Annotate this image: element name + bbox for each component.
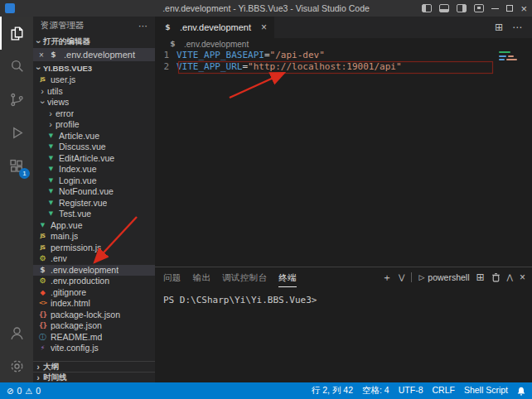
kill-terminal-icon[interactable] [491, 272, 501, 282]
minimap[interactable] [497, 50, 530, 108]
tree-item-label: .env.development [51, 265, 118, 276]
activity-settings[interactable] [0, 349, 33, 382]
tree-file-test.vue[interactable]: ▼Test.vue [33, 209, 155, 220]
tree-folder-views[interactable]: ›views [33, 97, 155, 108]
tree-file-.env[interactable]: ⚙.env [33, 253, 155, 265]
chevron-right-icon: › [46, 109, 56, 118]
activity-search[interactable] [0, 50, 33, 83]
vue-file-icon: ▼ [46, 153, 56, 165]
split-editor-icon[interactable]: ⊞ [495, 22, 503, 33]
status-item[interactable]: 空格: 4 [362, 385, 389, 397]
panel-tab-问题[interactable]: 问题 [163, 267, 181, 287]
code-line-2[interactable]: 2VITE_APP_URL="http://localhost:19001/ap… [155, 61, 532, 73]
activity-account[interactable] [0, 316, 33, 349]
account-icon [8, 324, 26, 342]
tree-item-label: Article.vue [59, 131, 99, 142]
activity-source-control[interactable] [0, 83, 33, 116]
tree-file-register.vue[interactable]: ▼Register.vue [33, 198, 155, 209]
tree-file-article.vue[interactable]: ▼Article.vue [33, 131, 155, 142]
sidebar-explorer: 资源管理器 ⋯ › 打开的编辑器 × $ .env.development › … [33, 17, 155, 382]
vscode-logo [5, 3, 15, 13]
vue-file-icon: ▼ [46, 164, 56, 175]
tree-file-permission.js[interactable]: JSpermission.js [33, 243, 155, 254]
panel-tab-调试控制台[interactable]: 调试控制台 [222, 267, 267, 287]
terminal-instance-powershell[interactable]: ▷ powershell [418, 272, 469, 282]
tab-env-development[interactable]: $ .env.development × [155, 17, 274, 38]
tree-file-.gitignore[interactable]: ◆.gitignore [33, 287, 155, 299]
status-item[interactable]: Shell Script [464, 385, 508, 397]
activity-extensions[interactable]: 1 [0, 149, 33, 182]
tree-folder-utils[interactable]: ›utils [33, 86, 155, 98]
sidebar-section-大纲[interactable]: ›大纲 [33, 361, 155, 372]
toggle-sidebar-icon[interactable] [422, 4, 432, 12]
tree-file-index.html[interactable]: <>index.html [33, 298, 155, 310]
new-terminal-icon[interactable]: ＋ [382, 271, 392, 285]
maximize-button[interactable] [506, 5, 513, 12]
toggle-panel-icon[interactable] [439, 4, 449, 12]
tree-item-label: vite.config.js [51, 343, 99, 354]
code-line-1[interactable]: 1VITE_APP_BASEAPI="/api-dev" [155, 50, 532, 61]
tree-item-label: EditArticle.vue [59, 153, 114, 165]
close-icon[interactable]: × [37, 50, 46, 60]
code-token: VITE_APP_URL [177, 61, 242, 72]
breadcrumb[interactable]: $ .env.development [155, 38, 532, 50]
customize-layout-icon[interactable] [474, 4, 484, 12]
shell-file-icon: $ [162, 23, 173, 31]
minimap-mark [499, 55, 506, 57]
project-section-header[interactable]: › YI.BBS.VUE3 [33, 61, 155, 75]
status-item[interactable]: UTF-8 [399, 385, 423, 397]
more-actions-icon[interactable]: ⋯ [512, 22, 522, 33]
chevron-down-icon[interactable]: ⋁ [399, 273, 404, 281]
tree-file-main.js[interactable]: JSmain.js [33, 231, 155, 243]
tree-file-index.vue[interactable]: ▼Index.vue [33, 164, 155, 175]
terminal-output[interactable]: PS D:\CSharp\Yi\Yi.BBS.Vue3> [155, 287, 532, 382]
status-item[interactable]: CRLF [432, 385, 454, 397]
tree-item-label: index.html [51, 298, 90, 310]
tree-file-package-lock.json[interactable]: {}package-lock.json [33, 310, 155, 321]
tree-file-.env.development[interactable]: $.env.development [33, 265, 155, 276]
split-terminal-icon[interactable]: ⊞ [476, 272, 485, 283]
activity-bar-spacer [0, 182, 33, 316]
html-file-icon: <> [37, 298, 48, 310]
tree-file-.env.production[interactable]: ⚙.env.production [33, 276, 155, 287]
close-panel-icon[interactable]: × [520, 272, 525, 283]
tree-file-package.json[interactable]: {}package.json [33, 320, 155, 332]
tree-file-discuss.vue[interactable]: ▼Discuss.vue [33, 142, 155, 153]
tree-folder-profile[interactable]: ›profile [33, 119, 155, 131]
maximize-panel-icon[interactable]: ⋀ [507, 273, 513, 281]
chevron-down-icon: › [38, 98, 47, 108]
notifications-bell-icon[interactable] [517, 387, 525, 396]
tree-folder-error[interactable]: ›error [33, 108, 155, 120]
open-editor-env-development[interactable]: × $ .env.development [33, 48, 155, 61]
status-right-items: 行 2, 列 42空格: 4UTF-8CRLFShell Script [312, 385, 508, 397]
tree-file-vite.config.js[interactable]: ⚡vite.config.js [33, 343, 155, 354]
panel-tab-终端[interactable]: 终端 [278, 267, 297, 287]
js-file-icon: JS [37, 243, 48, 254]
tree-file-readme.md[interactable]: ⓘREADME.md [33, 332, 155, 344]
tree-file-editarticle.vue[interactable]: ▼EditArticle.vue [33, 153, 155, 165]
tree-file-app.vue[interactable]: ▼App.vue [33, 220, 155, 232]
sidebar-header: 资源管理器 ⋯ [33, 17, 155, 35]
minimap-mark [499, 51, 510, 53]
close-tab-icon[interactable]: × [261, 22, 267, 33]
tree-item-label: views [47, 97, 69, 108]
editor-tab-bar: $ .env.development × ⊞ ⋯ [155, 17, 532, 38]
problems-indicator[interactable]: ⊘ 0 ⚠ 0 [7, 386, 41, 396]
activity-run-debug[interactable] [0, 116, 33, 149]
panel-tab-输出[interactable]: 输出 [193, 267, 211, 287]
breadcrumb-item[interactable]: .env.development [184, 40, 249, 49]
toggle-secondary-sidebar-icon[interactable] [457, 4, 467, 12]
tree-file-login.vue[interactable]: ▼Login.vue [33, 175, 155, 187]
minimize-button[interactable] [491, 8, 499, 9]
status-item[interactable]: 行 2, 列 42 [312, 385, 353, 397]
close-button[interactable]: × [520, 3, 527, 14]
open-editors-section[interactable]: › 打开的编辑器 [33, 35, 155, 48]
sidebar-section-时间线[interactable]: ›时间线 [33, 372, 155, 382]
activity-explorer[interactable] [0, 17, 33, 50]
code-editor[interactable]: 1VITE_APP_BASEAPI="/api-dev"2VITE_APP_UR… [155, 50, 532, 267]
vue-file-icon: ▼ [46, 186, 56, 198]
tree-file-notfound.vue[interactable]: ▼NotFound.vue [33, 186, 155, 198]
tree-file-user.js[interactable]: JSuser.js [33, 75, 155, 86]
code-token: "http://localhost:19001/api" [248, 61, 401, 72]
more-actions-icon[interactable]: ⋯ [138, 21, 148, 31]
